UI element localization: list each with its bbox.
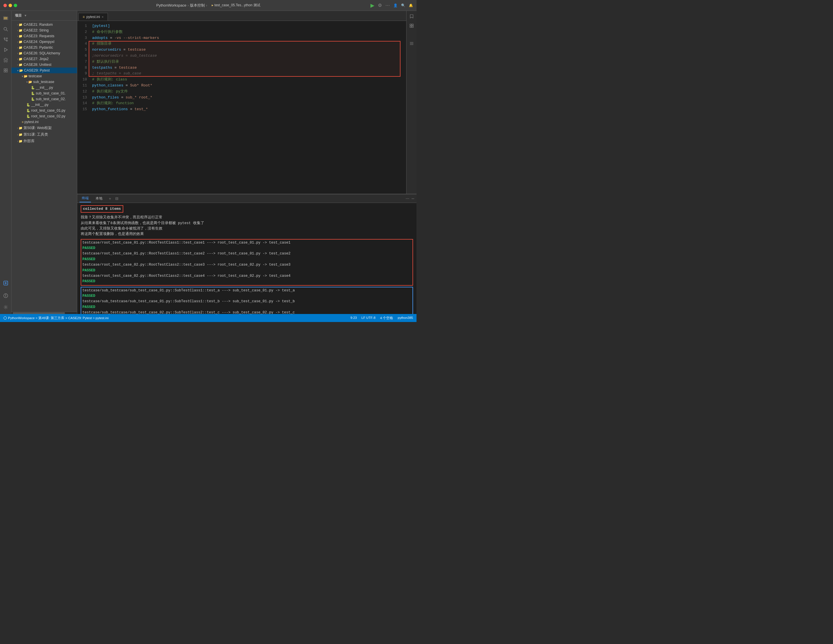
main-content: ≡ pytest.ini × 12345 678910 1112131415 (77, 11, 416, 314)
passed-3: PASSED (82, 268, 411, 273)
bookmark-icon[interactable] (408, 13, 415, 20)
editor-and-terminal: ≡ pytest.ini × 12345 678910 1112131415 (77, 11, 416, 314)
bottom-panel: 终端 本地 ＋ ⊟ ⋯ ─ collected 8 items 我靠？又排除 (77, 194, 416, 314)
code-line-6: ;norecursedirs = sub_testcase (92, 53, 403, 59)
sidebar-icon-debug[interactable] (1, 45, 10, 55)
search-icon[interactable]: 🔍 (401, 3, 405, 8)
chevron-right-icon: › (17, 35, 18, 38)
svg-line-1 (6, 30, 8, 32)
sidebar-item-testcase[interactable]: ▾ 📂 testcase (11, 73, 77, 79)
settings-icon[interactable]: ⚙ (378, 3, 382, 8)
close-button[interactable] (3, 4, 7, 7)
sidebar-item-case27[interactable]: › 📁 CASE27: Jinja2 (11, 56, 77, 62)
titlebar-actions: ▶ ⚙ ⋯ 👤 🔍 🔔 (370, 2, 413, 9)
sidebar-item-sub-test-case-02[interactable]: 🐍 sub_test_case_02. (11, 96, 77, 102)
code-line-3: addopts = -vs --strict-markers (92, 35, 403, 41)
sidebar-item-case21[interactable]: › 📁 CASE21: Random (11, 22, 77, 27)
split-terminal-icon[interactable]: ⊟ (115, 196, 118, 201)
sidebar-icon-search[interactable] (1, 25, 10, 34)
encoding-label: LF UTF-8 (361, 316, 375, 320)
test-path-7: testcase/sub_testcase/sub_test_case_02.p… (82, 310, 411, 314)
sidebar-item-case29[interactable]: ▾ 📂 CASE29: Pytest (11, 68, 77, 73)
svg-point-0 (4, 27, 6, 31)
notification-icon[interactable]: 🔔 (409, 3, 413, 8)
sidebar-item-root-test-02[interactable]: 🐍 root_test_case_02.py (11, 113, 77, 119)
grid-icon[interactable] (408, 40, 415, 47)
chevron-right-icon: › (17, 127, 18, 130)
py-icon: 🐍 (26, 114, 31, 118)
ini-tab-icon: ≡ (83, 15, 85, 19)
terminal-actions: ⋯ ─ (406, 196, 414, 201)
test-path-1: testcase/root_test_case_01.py::RootTestC… (82, 240, 411, 246)
editor-top: ≡ pytest.ini × 12345 678910 1112131415 (77, 11, 416, 194)
sidebar-item-external[interactable]: › 📁 外部库 (11, 138, 77, 145)
folder-icon: 📁 (19, 133, 23, 137)
test-path-2: testcase/root_test_case_01.py::RootTestC… (82, 251, 411, 256)
more-actions-icon[interactable]: ⋯ (406, 196, 409, 201)
passed-5: PASSED (82, 293, 411, 299)
code-area[interactable]: [pytest] # 命令行执行参数 addopts = -vs --stric… (88, 21, 406, 194)
sidebar-item-case26[interactable]: › 📁 CASE26: SQLAlchemy (11, 50, 77, 56)
code-line-12: # 执行规则: py文件 (92, 89, 403, 95)
tab-pytest-ini[interactable]: ≡ pytest.ini × (79, 13, 108, 21)
code-line-11: python_classes = Sub* Root* (92, 83, 403, 89)
structure-icon[interactable] (408, 23, 415, 30)
project-name[interactable]: PythonWorkspace › 版本控制 › (156, 3, 207, 8)
chevron-right-icon: › (17, 40, 18, 43)
chevron-right-icon: › (17, 46, 18, 49)
minimize-terminal-icon[interactable]: ─ (412, 196, 414, 201)
sidebar-item-sub-test-case-01[interactable]: 🐍 sub_test_case_01. (11, 90, 77, 96)
folder-icon: 📁 (19, 29, 23, 32)
run-button[interactable]: ▶ (370, 2, 375, 9)
test-path-6: testcase/sub_testcase/sub_test_case_01.p… (82, 299, 411, 304)
sidebar-item-pytest-ini[interactable]: ≡ pytest.ini (11, 119, 77, 125)
code-line-14: # 执行规则: function (92, 100, 403, 106)
status-bar-right: 9:23 LF UTF-8 4 个空格 python385 (351, 316, 413, 320)
code-line-10: # 执行规则: class (92, 77, 403, 83)
sidebar-item-case23[interactable]: › 📁 CASE23: Requests (11, 33, 77, 39)
window-controls[interactable] (3, 4, 17, 7)
sidebar-item-root-test-01[interactable]: 🐍 root_test_case_01.py (11, 108, 77, 113)
folder-icon: 📁 (19, 40, 23, 44)
tab-terminal[interactable]: 终端 (79, 195, 91, 202)
chevron-down-icon[interactable]: ▾ (24, 14, 26, 18)
maximize-button[interactable] (14, 4, 17, 7)
py-icon: 🐍 (31, 86, 35, 90)
sidebar-item-sub-testcase[interactable]: ▾ 📂 sub_testcase (11, 79, 77, 85)
sidebar-item-50[interactable]: › 📁 第50课: Web框架 (11, 125, 77, 131)
sidebar-icon-settings[interactable] (1, 303, 10, 312)
py-icon: 🐍 (26, 109, 31, 113)
code-line-1: [pytest] (92, 23, 403, 29)
sidebar-icon-git[interactable] (1, 35, 10, 44)
user-icon[interactable]: 👤 (393, 3, 397, 8)
minimize-button[interactable] (8, 4, 12, 7)
sidebar-item-case24[interactable]: › 📁 CASE24: Openpyxl (11, 39, 77, 45)
python-icon (3, 316, 7, 320)
sidebar-item-case25[interactable]: › 📁 CASE25: Pydantic (11, 45, 77, 50)
sidebar-item-case28[interactable]: › 📁 CASE28: Unittest (11, 62, 77, 68)
sidebar-item-51[interactable]: › 📁 第51课: 工具类 (11, 131, 77, 138)
editor-area: ≡ pytest.ini × 12345 678910 1112131415 (77, 11, 406, 194)
sidebar-item-init-py[interactable]: 🐍 __init__.py (11, 102, 77, 108)
blue-test-block: testcase/sub_testcase/sub_test_case_01.p… (81, 287, 413, 314)
code-line-2: # 命令行执行参数 (92, 29, 403, 35)
add-terminal-icon[interactable]: ＋ (108, 196, 112, 201)
more-icon[interactable]: ⋯ (385, 3, 390, 8)
sidebar-icon-extensions[interactable] (1, 66, 10, 75)
tab-local[interactable]: 本地 (93, 195, 105, 202)
code-line-7: # 默认执行目录 (92, 59, 403, 65)
sidebar-icon-folder[interactable] (1, 13, 10, 23)
sidebar-icon-active[interactable] (1, 279, 10, 288)
file-icon: ▸ (212, 3, 214, 7)
info-line-4: 将这两个配置项删除，也是通用的效果 (81, 232, 413, 237)
code-line-5: norecursedirs = testcase (92, 47, 403, 53)
sidebar-icon-info[interactable] (1, 291, 10, 300)
folder-icon: 📁 (19, 34, 23, 38)
sidebar-item-init-py-sub[interactable]: 🐍 __init__.py (11, 85, 77, 90)
tab-close-button[interactable]: × (101, 15, 103, 19)
chevron-down-icon: ▾ (17, 69, 19, 72)
svg-rect-8 (4, 69, 5, 70)
sidebar-icon-layers[interactable] (1, 56, 10, 65)
sidebar-item-case22[interactable]: › 📁 CASE22: String (11, 27, 77, 33)
folder-open-icon: 📂 (19, 69, 23, 72)
